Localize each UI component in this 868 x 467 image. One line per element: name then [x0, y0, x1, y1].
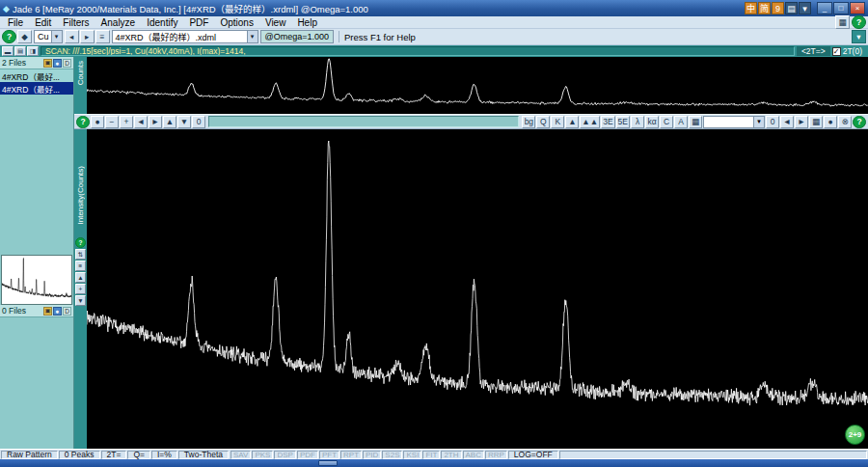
- maximize-button[interactable]: □: [833, 2, 849, 14]
- status-q-readout[interactable]: Q=: [127, 451, 150, 459]
- area-button[interactable]: A: [674, 116, 688, 128]
- layout-split-button[interactable]: ▤: [14, 46, 26, 56]
- peak-double-button[interactable]: ▲▲: [580, 116, 600, 128]
- toolbar-scroll-button[interactable]: ▾: [852, 30, 866, 43]
- help-button[interactable]: ?: [2, 30, 16, 43]
- background-fit-button[interactable]: bg: [522, 116, 535, 128]
- load-pattern-button[interactable]: ◆: [17, 30, 32, 43]
- trace-list-button[interactable]: ≡: [75, 261, 86, 271]
- ime-9-icon[interactable]: 9: [772, 2, 784, 14]
- menu-file[interactable]: File: [2, 17, 29, 28]
- full-range-button[interactable]: 0: [192, 116, 205, 128]
- pan-left-button[interactable]: ◄: [134, 116, 148, 128]
- flag-ksi[interactable]: KSI: [403, 451, 421, 459]
- layout-side-button[interactable]: ◨: [27, 46, 39, 56]
- magnifier-icon[interactable]: Q: [536, 116, 550, 128]
- status-pattern-mode[interactable]: Raw Pattern: [1, 451, 58, 459]
- k-alpha-button[interactable]: kα: [645, 116, 659, 128]
- flag-pdf[interactable]: PDF: [297, 451, 318, 459]
- zoom-out-button[interactable]: −: [105, 116, 119, 128]
- flag-2th[interactable]: 2TH: [441, 451, 461, 459]
- peak-search-button[interactable]: ▲: [565, 116, 579, 128]
- flag-rrp[interactable]: RRP: [485, 451, 507, 459]
- flag-sav[interactable]: SAV: [231, 451, 251, 459]
- calibrate-button[interactable]: C: [660, 116, 673, 128]
- ime-options-icon[interactable]: ▾: [799, 2, 811, 14]
- five-e-button[interactable]: 5E: [616, 116, 630, 128]
- flag-abc[interactable]: ABC: [463, 451, 484, 459]
- menu-identify[interactable]: Identify: [141, 17, 183, 28]
- plot-help-button[interactable]: ?: [76, 116, 90, 128]
- shift-up-button[interactable]: ▲: [163, 116, 176, 128]
- overview-plot[interactable]: [87, 57, 868, 114]
- ime-simplified-icon[interactable]: 简: [758, 2, 771, 14]
- scroll-up-button[interactable]: ▲: [75, 272, 86, 283]
- cursor-dot-button[interactable]: ●: [91, 116, 104, 128]
- flag-pid[interactable]: PID: [363, 451, 381, 459]
- menu-edit[interactable]: Edit: [29, 17, 57, 28]
- side-help-button[interactable]: ?: [75, 237, 86, 248]
- stack-overlay-button[interactable]: ≡: [95, 30, 110, 43]
- cancel-button[interactable]: ⊗: [838, 116, 852, 128]
- zoom-badge[interactable]: 2+9: [845, 425, 865, 445]
- reset-zero-button[interactable]: 0: [766, 116, 779, 128]
- toolbar-help-button[interactable]: ?: [853, 116, 866, 128]
- keyboard-icon[interactable]: ▤: [785, 2, 798, 14]
- toolbar-left-buttons: ?◆: [2, 30, 32, 43]
- ime-chinese-icon[interactable]: 中: [745, 2, 757, 14]
- log-toggle[interactable]: LOG=OFF: [508, 451, 558, 459]
- menu-filters[interactable]: Filters: [57, 17, 95, 28]
- file-item-1[interactable]: 4#XRD（最好...: [0, 69, 73, 82]
- three-e-button[interactable]: 3E: [601, 116, 614, 128]
- tile-button[interactable]: ▦: [809, 116, 823, 128]
- tile-windows-button[interactable]: ▦: [835, 15, 850, 29]
- scroll-down-button[interactable]: ▼: [75, 295, 86, 306]
- overlay-select[interactable]: ▾: [703, 116, 765, 128]
- crosshair-button[interactable]: +: [75, 284, 86, 294]
- main-plot[interactable]: 2+9: [87, 129, 868, 449]
- y-scale-button[interactable]: ⇅: [75, 249, 86, 260]
- flag-rpt[interactable]: RPT: [340, 451, 362, 459]
- menubar-right-buttons: ▦?: [835, 15, 866, 29]
- step-right-button[interactable]: ▸: [80, 30, 95, 43]
- flag-pks[interactable]: PKS: [252, 451, 273, 459]
- pan-right-button[interactable]: ►: [149, 116, 162, 128]
- close-button[interactable]: ×: [850, 2, 865, 14]
- step-left-button[interactable]: ◂: [65, 30, 79, 43]
- zoom-range-field[interactable]: [208, 116, 519, 127]
- file-item-2[interactable]: 4#XRD（最好...: [0, 82, 73, 95]
- zoom-in-button[interactable]: +: [120, 116, 133, 128]
- status-two-theta-readout[interactable]: 2T=: [101, 451, 127, 459]
- minimize-button[interactable]: _: [817, 2, 832, 14]
- plot-toolbar-left: ?●−+◄►▲▼0: [76, 116, 205, 128]
- flag-s2s[interactable]: S2S: [382, 451, 402, 459]
- flag-pft[interactable]: PFT: [319, 451, 339, 459]
- file-select[interactable]: 4#XRD（最好的样）.xdml ▾: [112, 30, 258, 43]
- status-peak-count[interactable]: 0 Peaks: [59, 451, 100, 459]
- shift-down-button[interactable]: ▼: [177, 116, 191, 128]
- main-plot-row: Intensity(Counts) ?⇅≡▲+▼ 2+9: [74, 129, 868, 449]
- statusbar: Raw Pattern0 Peaks2T=Q=I=%Two-Theta SAVP…: [0, 449, 868, 459]
- flag-dsp[interactable]: DSP: [274, 451, 295, 459]
- two-theta-zero-checkbox[interactable]: ✓ 2T(0): [832, 46, 866, 56]
- menu-help-button[interactable]: ?: [852, 15, 866, 29]
- record-button[interactable]: ●: [824, 116, 837, 128]
- status-intensity-readout[interactable]: I=%: [151, 451, 177, 459]
- taskbar-window-button[interactable]: [318, 460, 338, 466]
- lambda-strip-button[interactable]: λ: [631, 116, 644, 128]
- flag-fit[interactable]: FIT: [422, 451, 440, 459]
- menu-help[interactable]: Help: [291, 17, 323, 28]
- prev-view-button[interactable]: ◄: [780, 116, 794, 128]
- next-view-button[interactable]: ►: [795, 116, 808, 128]
- grid-view-button[interactable]: ▦: [689, 116, 702, 128]
- status-axis-units[interactable]: Two-Theta: [178, 451, 229, 459]
- pattern-thumbnail[interactable]: [1, 255, 72, 305]
- menu-options[interactable]: Options: [214, 17, 258, 28]
- smooth-button[interactable]: K: [551, 116, 564, 128]
- menu-pdf[interactable]: PDF: [183, 17, 214, 28]
- menu-view[interactable]: View: [259, 17, 292, 28]
- layout-single-button[interactable]: ▬: [2, 46, 14, 56]
- anode-select[interactable]: Cu ▾: [34, 30, 63, 43]
- menu-analyze[interactable]: Analyze: [95, 17, 142, 28]
- omega-field[interactable]: @Omega=1.000: [260, 30, 334, 43]
